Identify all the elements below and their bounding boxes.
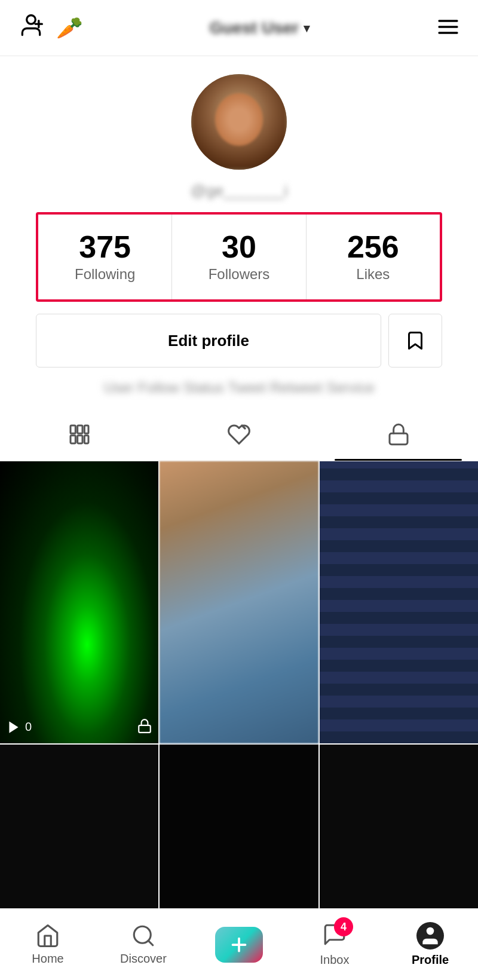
video-cell[interactable]: 0: [0, 461, 158, 743]
chevron-down-icon: ▾: [304, 21, 310, 35]
edit-profile-button[interactable]: Edit profile: [36, 314, 381, 368]
nav-profile-label: Profile: [412, 953, 449, 967]
add-user-icon[interactable]: [18, 12, 44, 44]
nav-create[interactable]: [191, 927, 287, 963]
bookmark-button[interactable]: [388, 314, 442, 368]
svg-marker-14: [9, 721, 18, 733]
avatar-face: [215, 93, 263, 146]
following-label: Following: [75, 266, 135, 283]
profile-bio: User Follow Status Tweet Retweet Service: [36, 379, 442, 396]
header-left: 🥕: [18, 12, 83, 44]
nav-inbox-label: Inbox: [320, 953, 350, 967]
svg-rect-6: [71, 425, 75, 433]
play-count-value: 0: [25, 720, 32, 734]
bottom-nav: Home Discover 4 Inbox: [0, 908, 478, 980]
create-button[interactable]: [215, 927, 263, 963]
nav-profile-avatar: [416, 922, 444, 950]
tab-liked[interactable]: [160, 408, 319, 461]
inbox-badge-container: 4: [322, 922, 347, 950]
tab-private[interactable]: [318, 408, 478, 461]
svg-line-17: [148, 941, 153, 945]
video-grid: 0: [0, 461, 478, 980]
video-cell[interactable]: [160, 461, 318, 743]
nav-inbox[interactable]: 4 Inbox: [287, 922, 382, 967]
followers-label: Followers: [209, 266, 270, 283]
svg-rect-9: [71, 436, 75, 443]
play-count: 0: [6, 719, 32, 735]
svg-rect-13: [390, 433, 407, 444]
stats-container: 375 Following 30 Followers 256 Likes: [36, 212, 442, 302]
svg-rect-8: [85, 425, 89, 433]
profile-username: @ge_______i: [191, 182, 287, 200]
nav-discover-label: Discover: [120, 952, 167, 966]
svg-rect-10: [78, 436, 82, 443]
header: 🥕 Guest User ▾: [0, 0, 478, 56]
lock-icon: [137, 718, 152, 736]
video-cell[interactable]: [320, 461, 478, 743]
profile-section: @ge_______i: [0, 56, 478, 200]
carrot-icon: 🥕: [56, 16, 83, 41]
svg-point-0: [27, 16, 36, 24]
avatar: [191, 74, 287, 170]
hamburger-icon[interactable]: [436, 15, 460, 41]
likes-label: Likes: [356, 266, 390, 283]
tab-videos[interactable]: [0, 408, 160, 461]
svg-rect-11: [85, 436, 89, 443]
tabs-row: [0, 408, 478, 461]
svg-rect-15: [139, 725, 151, 733]
video-overlay: 0: [6, 718, 152, 736]
following-count: 375: [79, 231, 131, 262]
nav-home-label: Home: [32, 952, 63, 966]
nav-discover[interactable]: Discover: [96, 923, 191, 966]
header-username-area[interactable]: Guest User ▾: [210, 19, 310, 38]
likes-count: 256: [347, 231, 399, 262]
likes-stat[interactable]: 256 Likes: [307, 215, 440, 299]
nav-profile[interactable]: Profile: [382, 922, 478, 967]
followers-count: 30: [222, 231, 256, 262]
inbox-badge: 4: [334, 917, 353, 936]
header-username: Guest User: [210, 19, 299, 38]
nav-home[interactable]: Home: [0, 923, 96, 966]
svg-rect-7: [78, 425, 82, 433]
svg-point-20: [427, 927, 434, 935]
action-buttons: Edit profile: [36, 314, 442, 368]
followers-stat[interactable]: 30 Followers: [172, 215, 306, 299]
following-stat[interactable]: 375 Following: [38, 215, 172, 299]
